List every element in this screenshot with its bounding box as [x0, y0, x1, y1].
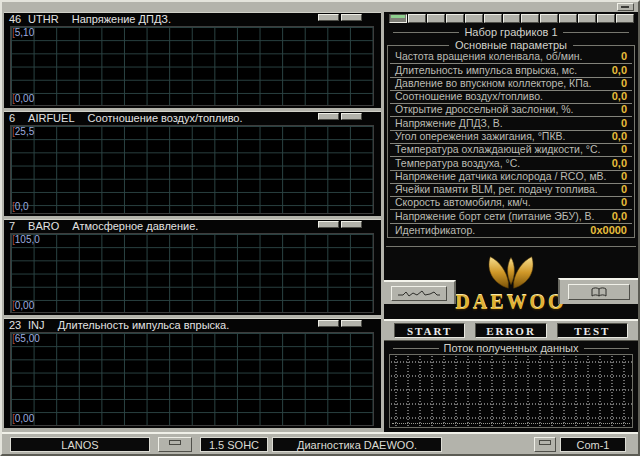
param-value: 0 [621, 50, 627, 62]
waveform-button[interactable] [391, 286, 447, 301]
plot-area: [65,00 [0,00 [10, 332, 374, 426]
graph-set-tab[interactable] [540, 14, 558, 23]
param-value: 0 [621, 117, 627, 129]
command-bar: START ERROR TEST [384, 319, 638, 341]
params-group-title: Основные параметры [449, 39, 573, 51]
param-label: Ячейки памяти BLM, рег. подачу топлива. [395, 183, 598, 195]
graph-set-tab[interactable] [484, 14, 502, 23]
control-panel: Набор графиков 1 Основные параметры Част… [384, 12, 638, 432]
graph-set-tab[interactable] [446, 14, 464, 23]
start-button[interactable]: START [394, 323, 465, 338]
graph-scale-down-button[interactable] [341, 113, 362, 120]
graph-panel-uthr: 46 UTHR Напряжение ДПДЗ. [5,10 [0,00 [4, 13, 381, 108]
graph-set-tab[interactable] [578, 14, 596, 23]
graph-code: AIRFUEL [28, 112, 74, 125]
title-strip [2, 2, 638, 11]
graph-scale-up-button[interactable] [318, 113, 339, 120]
param-label: Напряжение борт сети (питание ЭБУ), В. [395, 210, 594, 222]
status-model-button[interactable] [158, 437, 192, 452]
graph-set-tab[interactable] [427, 14, 445, 23]
plot-area: [5,10 [0,00 [10, 26, 374, 106]
param-value: 0 [621, 170, 627, 182]
graph-set-tab[interactable] [503, 14, 521, 23]
status-port-field: Com-1 [560, 437, 626, 452]
param-value: 0,0 [612, 90, 627, 102]
param-value: 0 [621, 77, 627, 89]
param-value: 0,0 [612, 157, 627, 169]
param-label: Длительность импульса впрыска, мс. [395, 64, 577, 76]
graph-code: INJ [28, 319, 45, 332]
param-label: Частота вращения коленвала, об/мин. [395, 50, 582, 62]
param-row: Напряжение ДПДЗ, В.0 [390, 117, 632, 130]
param-label: Соотношение воздух/топливо. [395, 90, 543, 102]
param-row: Идентификатор.0x0000 [390, 224, 632, 237]
graph-scale-up-button[interactable] [318, 14, 339, 21]
waveform-icon [397, 289, 441, 298]
graph-set-tab[interactable] [521, 14, 539, 23]
graph-title: Длительность импульса впрыска. [58, 319, 230, 331]
graph-header: 46 UTHR Напряжение ДПДЗ. [4, 13, 381, 26]
plot-area: [25,5 [0,0 [10, 125, 374, 214]
param-value: 0 [621, 183, 627, 195]
param-value: 0x0000 [590, 224, 627, 236]
y-min-label: [0,00 [12, 94, 34, 104]
graph-scale-up-button[interactable] [318, 320, 339, 327]
y-max-label: [5,10 [12, 28, 34, 38]
param-value: 0 [621, 196, 627, 208]
graph-panel-baro: 7 BARO Атмосферное давление. [105,0 [0,0… [4, 220, 381, 315]
graph-set-tab-active[interactable] [389, 14, 407, 23]
test-button[interactable]: TEST [557, 323, 628, 338]
status-bar: LANOS 1.5 SOHC Диагностика DAEWOO. Com-1 [2, 432, 638, 454]
manual-button[interactable] [568, 284, 630, 300]
graph-set-tab[interactable] [465, 14, 483, 23]
status-port-button[interactable] [534, 437, 556, 452]
oscilloscope-pedestal [384, 280, 456, 304]
param-row: Ячейки памяти BLM, рег. подачу топлива.0 [390, 184, 632, 197]
graph-title: Атмосферное давление. [72, 220, 198, 232]
error-button[interactable]: ERROR [475, 323, 546, 338]
graph-id: 46 [9, 13, 25, 26]
params-groupbox: Основные параметры Частота вращения коле… [387, 45, 635, 238]
graph-title: Соотношение воздух/топливо. [88, 112, 243, 124]
param-row: Давление во впускном коллекторе, КПа.0 [390, 78, 632, 91]
groupbox-bottom-line [386, 246, 636, 247]
param-label: Открытие дроссельной заслонки, %. [395, 103, 574, 115]
param-row: Угол опережения зажигания, °ПКВ.0,0 [390, 131, 632, 144]
graph-set-tab[interactable] [408, 14, 426, 23]
graph-set-tab[interactable] [616, 14, 634, 23]
graph-scale-down-button[interactable] [341, 14, 362, 21]
graph-set-title: Набор графиков 1 [388, 26, 634, 38]
param-row: Температура воздуха, °С.0,0 [390, 157, 632, 170]
graph-code: BARO [28, 220, 59, 233]
param-row: Частота вращения коленвала, об/мин.0 [390, 51, 632, 64]
manual-pedestal [558, 278, 638, 304]
graph-panel-inj: 23 INJ Длительность импульса впрыска. [6… [4, 319, 381, 428]
app-window: 46 UTHR Напряжение ДПДЗ. [5,10 [0,00 6 A… [0, 0, 640, 456]
param-row: Длительность импульса впрыска, мс.0,0 [390, 64, 632, 77]
plot-area: [105,0 [0,00 [10, 233, 374, 313]
param-value: 0,0 [612, 210, 627, 222]
param-value: 0 [621, 143, 627, 155]
graph-scale-down-button[interactable] [341, 221, 362, 228]
graph-id: 6 [9, 112, 25, 125]
graph-scale-down-button[interactable] [341, 320, 362, 327]
param-value: 0,0 [612, 64, 627, 76]
graph-header: 7 BARO Атмосферное давление. [4, 220, 381, 233]
param-label: Идентификатор. [395, 224, 475, 236]
y-max-label: [25,5 [12, 127, 34, 137]
graph-title: Напряжение ДПДЗ. [72, 13, 171, 25]
param-label: Температура воздуха, °С. [395, 157, 520, 169]
window-restore-icon[interactable] [617, 3, 634, 11]
y-max-label: [105,0 [12, 235, 40, 245]
graph-header: 23 INJ Длительность импульса впрыска. [4, 319, 381, 332]
graph-set-tab[interactable] [597, 14, 615, 23]
graph-set-tab[interactable] [559, 14, 577, 23]
param-label: Скорость автомобиля, км/ч. [395, 196, 531, 208]
graph-scale-up-button[interactable] [318, 221, 339, 228]
graph-id: 23 [9, 319, 25, 332]
daewoo-emblem-icon [484, 254, 538, 294]
param-value: 0,0 [612, 130, 627, 142]
stream-grid [389, 354, 633, 428]
param-label: Давление во впускном коллекторе, КПа. [395, 77, 592, 89]
graph-panel-airfuel: 6 AIRFUEL Соотношение воздух/топливо. [2… [4, 112, 381, 216]
